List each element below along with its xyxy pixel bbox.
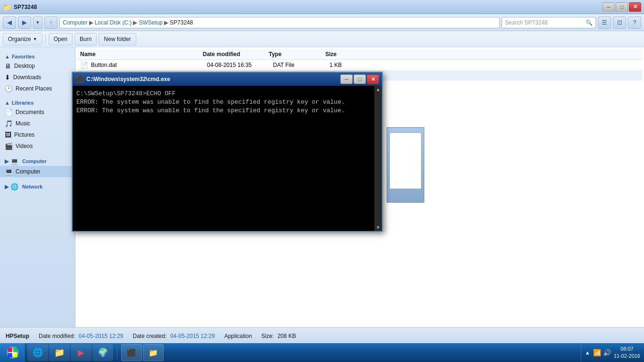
cmd-window-controls: ─ □ ✕ bbox=[340, 74, 379, 84]
organize-dropdown-icon[interactable]: ▼ bbox=[33, 37, 37, 41]
sidebar-item-recent-places[interactable]: 🕐 Recent Places bbox=[0, 83, 75, 94]
toolbar-separator-1 bbox=[45, 34, 46, 44]
music-icon: 🎵 bbox=[5, 120, 13, 127]
dropdown-button[interactable]: ▼ bbox=[33, 16, 42, 29]
explorer-close-button[interactable]: ✕ bbox=[629, 2, 641, 12]
burn-button[interactable]: Burn bbox=[74, 33, 97, 45]
up-button[interactable]: ↑ bbox=[44, 16, 58, 29]
file-name-button-dat: Button.dat bbox=[91, 62, 207, 68]
downloads-icon: ⬇ bbox=[5, 74, 10, 81]
cmd-body: C:\SWSetup\SP73248>ECHO OFF ERROR: The s… bbox=[73, 86, 382, 231]
status-date-modified: Date modified: 04-05-2015 12:29 bbox=[39, 333, 123, 339]
open-button[interactable]: Open bbox=[49, 33, 73, 45]
breadcrumb-computer[interactable]: Computer bbox=[63, 19, 88, 26]
taskbar-explorer-button[interactable]: 📁 bbox=[49, 344, 70, 361]
cmd-taskbar-icon: ⬛ bbox=[127, 348, 136, 357]
taskbar-clock[interactable]: 08:07 11-02-2016 bbox=[614, 346, 640, 360]
sidebar-item-downloads[interactable]: ⬇ Downloads bbox=[0, 72, 75, 83]
header-date-modified[interactable]: Date modified bbox=[203, 51, 269, 58]
view-options-button[interactable]: ☰ bbox=[598, 16, 611, 29]
taskbar-cmd-app-button[interactable]: ⬛ bbox=[121, 344, 142, 361]
header-type[interactable]: Type bbox=[269, 51, 325, 58]
forward-button[interactable]: ▶ bbox=[18, 16, 31, 29]
cmd-title-icon: ⬛ bbox=[75, 75, 83, 83]
explorer-minimize-button[interactable]: ─ bbox=[603, 2, 615, 12]
taskbar-explorer-app-button[interactable]: 📁 bbox=[143, 344, 164, 361]
status-bar: HPSetup Date modified: 04-05-2015 12:29 … bbox=[0, 327, 644, 344]
svg-rect-0 bbox=[8, 348, 12, 352]
network-tray-icon[interactable]: 📶 bbox=[593, 349, 601, 356]
cmd-scroll-up-arrow[interactable]: ▲ bbox=[376, 87, 380, 92]
taskbar: 🌐 📁 ▶ 🌍 ⬛ 📁 ▲ 📶 🔊 08:07 11-02-2016 bbox=[0, 343, 644, 362]
burn-label: Burn bbox=[80, 36, 91, 42]
sidebar-item-computer[interactable]: 💻 Computer bbox=[0, 166, 75, 177]
network-header[interactable]: ▶ 🌐 Network bbox=[0, 180, 75, 191]
network-icon: 🌐 bbox=[10, 183, 18, 190]
sidebar-item-music[interactable]: 🎵 Music bbox=[0, 118, 75, 129]
svg-rect-2 bbox=[8, 353, 12, 357]
sidebar-item-pictures-label: Pictures bbox=[14, 132, 34, 138]
tray-icons: 📶 🔊 bbox=[593, 349, 611, 356]
recent-places-icon: 🕐 bbox=[5, 85, 13, 92]
sidebar-item-documents-label: Documents bbox=[16, 109, 44, 115]
sidebar-item-pictures[interactable]: 🖼 Pictures bbox=[0, 129, 75, 140]
organize-button[interactable]: Organize ▼ bbox=[3, 33, 42, 45]
chrome-icon: 🌍 bbox=[98, 347, 108, 358]
svg-rect-1 bbox=[13, 348, 17, 352]
status-date-modified-label: Date modified: bbox=[39, 333, 75, 339]
new-folder-button[interactable]: New folder bbox=[99, 33, 136, 45]
breadcrumb-sp73248[interactable]: SP73248 bbox=[170, 19, 193, 26]
favorites-section: ▲ Favorites 🖥 Desktop ⬇ Downloads 🕐 Rece… bbox=[0, 51, 75, 94]
taskbar-ie-button[interactable]: 🌐 bbox=[27, 344, 48, 361]
taskbar-pinned-apps: 🌐 📁 ▶ 🌍 bbox=[25, 343, 115, 362]
breadcrumb-localdisk[interactable]: Local Disk (C:) bbox=[95, 19, 132, 26]
ie-icon: 🌐 bbox=[33, 347, 43, 358]
sidebar-item-desktop[interactable]: 🖥 Desktop bbox=[0, 60, 75, 72]
sidebar-item-documents[interactable]: 📄 Documents bbox=[0, 107, 75, 118]
favorites-header[interactable]: ▲ Favorites bbox=[0, 51, 75, 60]
computer-section: ▶ 💻 Computer 💻 Computer bbox=[0, 155, 75, 177]
new-folder-label: New folder bbox=[104, 36, 131, 42]
computer-icon: 💻 bbox=[10, 157, 18, 165]
background-panel bbox=[387, 127, 424, 203]
computer-label: Computer bbox=[22, 158, 47, 164]
header-name[interactable]: Name bbox=[80, 51, 203, 58]
taskbar-media-button[interactable]: ▶ bbox=[71, 344, 91, 361]
status-app-name: HPSetup bbox=[6, 333, 29, 339]
taskbar-running-apps: ⬛ 📁 bbox=[119, 344, 581, 361]
explorer-title-icon: 📁 bbox=[3, 3, 11, 11]
cmd-title-text: C:\Windows\system32\cmd.exe bbox=[86, 76, 340, 82]
cmd-scroll-down-arrow[interactable]: ▼ bbox=[376, 225, 380, 230]
cmd-maximize-button[interactable]: □ bbox=[354, 74, 366, 84]
search-box[interactable]: Search SP73248 🔍 bbox=[502, 17, 596, 28]
computer-item-icon: 💻 bbox=[5, 168, 13, 175]
explorer-maximize-button[interactable]: □ bbox=[616, 2, 628, 12]
preview-pane-button[interactable]: ⊡ bbox=[613, 16, 626, 29]
address-bar: ◀ ▶ ▼ ↑ Computer ▶ Local Disk (C:) ▶ SWS… bbox=[0, 14, 644, 31]
header-size[interactable]: Size bbox=[325, 51, 363, 58]
status-size-value: 208 KB bbox=[277, 333, 296, 339]
sidebar-item-videos[interactable]: 🎬 Videos bbox=[0, 140, 75, 152]
search-icon[interactable]: 🔍 bbox=[586, 19, 593, 26]
libraries-header[interactable]: ▲ Libraries bbox=[0, 97, 75, 107]
file-type-button-dat: DAT File bbox=[273, 62, 330, 68]
cmd-scrollbar[interactable]: ▲ ▼ bbox=[374, 86, 382, 231]
computer-collapse-icon: ▶ bbox=[5, 158, 8, 165]
computer-header[interactable]: ▶ 💻 Computer bbox=[0, 155, 75, 166]
start-button[interactable] bbox=[0, 343, 25, 362]
taskbar-chrome-button[interactable]: 🌍 bbox=[92, 344, 113, 361]
breadcrumb-bar[interactable]: Computer ▶ Local Disk (C:) ▶ SWSetup ▶ S… bbox=[59, 17, 500, 28]
cmd-window[interactable]: ⬛ C:\Windows\system32\cmd.exe ─ □ ✕ C:\S… bbox=[72, 72, 383, 232]
help-button[interactable]: ? bbox=[628, 16, 641, 29]
cmd-minimize-button[interactable]: ─ bbox=[340, 74, 353, 84]
back-button[interactable]: ◀ bbox=[3, 16, 16, 29]
network-label: Network bbox=[22, 184, 42, 189]
status-date-created: Date created: 04-05-2015 12:29 bbox=[132, 333, 215, 339]
explorer-window-controls: ─ □ ✕ bbox=[603, 2, 641, 12]
volume-tray-icon[interactable]: 🔊 bbox=[603, 349, 611, 356]
cmd-error-line-1: ERROR: The system was unable to find the… bbox=[76, 98, 378, 107]
table-row[interactable]: 📄 Button.dat 04-08-2015 16:35 DAT File 1… bbox=[77, 60, 642, 70]
breadcrumb-swsetup[interactable]: SWSetup bbox=[139, 19, 163, 26]
cmd-close-button[interactable]: ✕ bbox=[367, 74, 379, 84]
arrow-up-icon[interactable]: ▲ bbox=[585, 350, 590, 355]
